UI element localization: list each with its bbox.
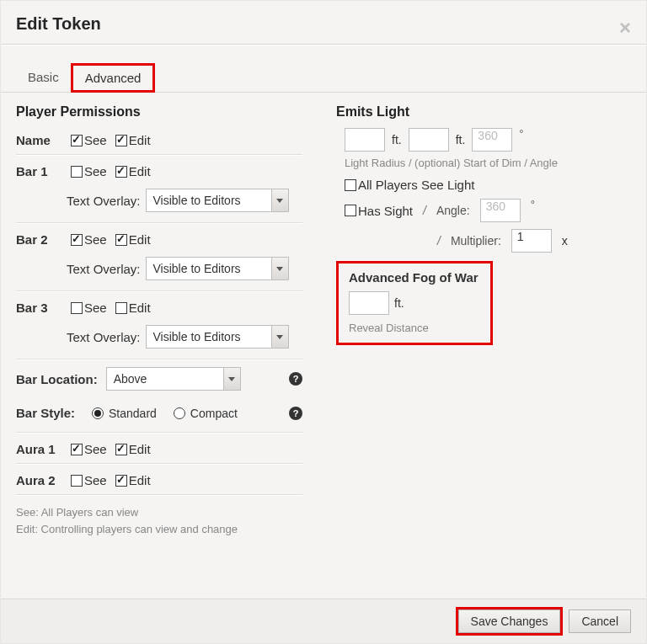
name-edit-checkbox[interactable]: Edit <box>115 133 151 147</box>
bar1-overlay-select[interactable]: Visible to Editors <box>146 189 289 212</box>
afw-note: Reveal Distance <box>349 322 480 334</box>
light-angle-input[interactable]: 360 <box>472 128 512 152</box>
unit-ft: ft. <box>392 133 402 146</box>
checkbox-icon <box>115 166 127 178</box>
checkbox-icon <box>115 302 127 314</box>
divider-slash: / <box>423 204 426 217</box>
aura1-see-checkbox[interactable]: See <box>71 442 107 456</box>
light-dim-input[interactable] <box>409 128 449 152</box>
perm-name-label: Name <box>16 133 62 147</box>
bar1-overlay-row: Text Overlay: Visible to Editors <box>16 184 302 221</box>
aura2-see-checkbox[interactable]: See <box>71 473 107 487</box>
radio-label: Standard <box>109 407 157 420</box>
bar-style-label: Bar Style: <box>16 406 75 420</box>
afw-distance-input[interactable] <box>349 291 389 315</box>
select-value: Above <box>114 372 147 386</box>
afw-heading: Advanced Fog of War <box>349 270 480 285</box>
perm-row-aura1: Aura 1 See Edit <box>16 437 302 461</box>
edit-label: Edit <box>129 133 151 147</box>
dialog-header: Edit Token × <box>1 1 646 44</box>
bar2-see-checkbox[interactable]: See <box>71 232 107 247</box>
dialog-title: Edit Token <box>16 14 101 33</box>
edit-token-dialog: Edit Token × Basic Advanced Player Permi… <box>0 0 647 644</box>
radio-icon <box>92 407 104 419</box>
angle-label: Angle: <box>436 204 470 217</box>
checkbox-icon <box>115 135 127 146</box>
bar1-edit-checkbox[interactable]: Edit <box>115 164 151 178</box>
light-radius-input[interactable] <box>345 128 385 152</box>
perm-row-aura2: Aura 2 See Edit <box>16 468 302 492</box>
bar-style-row: Bar Style: Standard Compact ? <box>16 406 302 420</box>
permissions-heading: Player Permissions <box>16 104 302 120</box>
tab-basic[interactable]: Basic <box>16 63 71 93</box>
multiplier-label: Multiplier: <box>451 234 501 247</box>
bar2-overlay-row: Text Overlay: Visible to Editors <box>16 252 302 289</box>
player-permissions-panel: Player Permissions Name See Edit Bar 1 <box>16 104 302 537</box>
dialog-footer: Save Changes Cancel <box>1 599 646 643</box>
light-help-note: Light Radius / (optional) Start of Dim /… <box>336 157 631 169</box>
divider <box>16 494 302 496</box>
bar-style-standard-radio[interactable]: Standard <box>92 407 157 420</box>
bar-location-select[interactable]: Above <box>106 367 241 391</box>
tab-advanced[interactable]: Advanced <box>71 63 156 93</box>
all-players-checkbox[interactable]: All Players See Light <box>345 178 474 192</box>
perm-row-name: Name See Edit <box>16 128 302 152</box>
divider <box>16 432 302 434</box>
close-icon[interactable]: × <box>619 16 631 40</box>
edit-label: Edit <box>129 301 151 315</box>
checkbox-icon <box>71 475 83 487</box>
divider <box>16 222 302 224</box>
see-label: See <box>84 473 107 487</box>
degree-symbol: ° <box>519 127 523 140</box>
light-radius-row: ft. ft. 360 ° <box>336 128 631 152</box>
divider <box>16 290 302 292</box>
see-label: See <box>84 442 107 456</box>
emits-light-heading: Emits Light <box>336 104 631 120</box>
perm-bar1-label: Bar 1 <box>16 164 62 178</box>
text-overlay-label: Text Overlay: <box>67 194 141 208</box>
perm-row-bar2: Bar 2 See Edit <box>16 227 302 252</box>
select-value: Visible to Editors <box>153 262 241 275</box>
checkbox-icon <box>71 135 83 146</box>
select-value: Visible to Editors <box>153 330 241 343</box>
perm-row-bar3: Bar 3 See Edit <box>16 295 302 320</box>
bar3-edit-checkbox[interactable]: Edit <box>115 301 151 315</box>
text-overlay-label: Text Overlay: <box>67 330 141 344</box>
cancel-button[interactable]: Cancel <box>569 609 631 633</box>
chevron-down-icon <box>223 368 240 390</box>
has-sight-checkbox[interactable]: Has Sight <box>345 204 413 218</box>
checkbox-icon <box>345 179 356 191</box>
aura2-edit-checkbox[interactable]: Edit <box>115 473 151 487</box>
checkbox-icon <box>115 234 127 246</box>
bar3-overlay-select[interactable]: Visible to Editors <box>146 325 289 349</box>
bar-style-compact-radio[interactable]: Compact <box>174 407 238 420</box>
bar1-see-checkbox[interactable]: See <box>71 164 107 178</box>
checkbox-icon <box>71 234 83 246</box>
divider-slash: / <box>437 234 441 247</box>
sight-angle-input[interactable]: 360 <box>480 199 521 222</box>
degree-symbol: ° <box>531 198 535 210</box>
see-label: See <box>84 301 107 315</box>
name-see-checkbox[interactable]: See <box>71 133 107 147</box>
aura1-edit-checkbox[interactable]: Edit <box>115 442 151 456</box>
has-sight-row: Has Sight / Angle: 360 ° <box>336 199 631 222</box>
bar2-overlay-select[interactable]: Visible to Editors <box>146 257 289 280</box>
help-icon[interactable]: ? <box>289 407 302 420</box>
help-note: See: All Players can view Edit: Controll… <box>16 504 302 537</box>
multiplier-row: / Multiplier: 1 x <box>336 229 631 253</box>
emits-light-panel: Emits Light ft. ft. 360 ° Light Radius /… <box>336 104 631 537</box>
see-label: See <box>84 133 107 147</box>
chevron-down-icon <box>271 189 288 211</box>
help-icon[interactable]: ? <box>289 372 302 386</box>
save-button[interactable]: Save Changes <box>458 609 561 633</box>
multiplier-input[interactable]: 1 <box>511 229 552 253</box>
bar3-see-checkbox[interactable]: See <box>71 301 107 315</box>
checkbox-icon <box>115 475 127 487</box>
bar-location-row: Bar Location: Above ? <box>16 367 302 391</box>
bar2-edit-checkbox[interactable]: Edit <box>115 232 151 247</box>
perm-bar2-label: Bar 2 <box>16 232 62 247</box>
divider <box>16 463 302 465</box>
select-value: Visible to Editors <box>153 194 241 207</box>
tab-bar: Basic Advanced <box>1 45 646 93</box>
perm-aura1-label: Aura 1 <box>16 442 62 456</box>
